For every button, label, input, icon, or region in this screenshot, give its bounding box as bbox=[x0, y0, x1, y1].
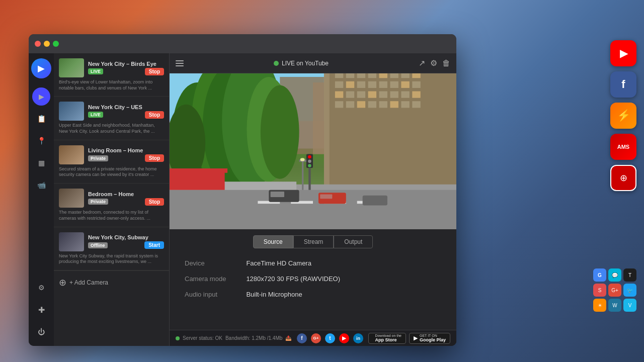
svg-rect-55 bbox=[271, 192, 284, 197]
mini-icon-w[interactable]: W bbox=[608, 299, 621, 312]
sidebar-item-power[interactable]: ⏻ bbox=[32, 323, 50, 341]
svg-rect-37 bbox=[390, 101, 398, 108]
info-grid: Device FaceTime HD Camera Camera mode 12… bbox=[170, 254, 456, 303]
sidebar: ▶ ▶ 📋 📍 ▦ 📹 ⚙ ✚ bbox=[29, 53, 54, 346]
svg-rect-22 bbox=[401, 81, 409, 88]
home-icon: ▶ bbox=[39, 93, 44, 101]
svg-rect-29 bbox=[390, 92, 398, 98]
sidebar-item-location[interactable]: 📍 bbox=[32, 132, 50, 150]
live-indicator: LIVE on YouTube bbox=[274, 60, 329, 67]
video-preview bbox=[170, 73, 456, 229]
sidebar-item-video[interactable]: 📹 bbox=[32, 176, 50, 194]
mini-icon-sun[interactable]: ☀ bbox=[593, 299, 606, 312]
dock-icon-lightning[interactable]: ⚡ bbox=[610, 103, 636, 129]
svg-rect-39 bbox=[412, 101, 420, 108]
google-play-icon: ▶ bbox=[414, 335, 418, 341]
mini-icon-s[interactable]: S bbox=[593, 284, 606, 297]
mini-icon-chat[interactable]: 💬 bbox=[608, 268, 621, 282]
sidebar-item-grid[interactable]: ▦ bbox=[32, 154, 50, 172]
stop-button-living-room[interactable]: Stop bbox=[145, 154, 164, 162]
delete-icon[interactable]: 🗑 bbox=[442, 59, 450, 68]
google-store-badge[interactable]: ▶ GET IT ON Google Play bbox=[409, 333, 450, 344]
share-icon[interactable]: ↗ bbox=[419, 58, 425, 68]
tab-stream[interactable]: Stream bbox=[293, 235, 334, 248]
top-bar-right: ↗ ⚙ 🗑 bbox=[419, 58, 450, 68]
social-icon-li[interactable]: in bbox=[353, 333, 363, 343]
device-label: Device bbox=[185, 259, 226, 267]
add-camera-button[interactable]: ⊕ + Add Camera bbox=[54, 270, 169, 294]
camera-name-nyc-subway: New York City, Subway bbox=[88, 234, 164, 240]
camera-desc-nyc-subway: New York City Subway, the rapid transit … bbox=[59, 253, 164, 265]
camera-item-nyc-birds-eye[interactable]: New York City – Birds Eye LIVE Stop Bird… bbox=[54, 53, 169, 97]
svg-rect-15 bbox=[412, 73, 420, 78]
title-bar bbox=[29, 34, 456, 53]
tab-output[interactable]: Output bbox=[334, 235, 373, 248]
svg-rect-58 bbox=[363, 196, 387, 206]
camera-item-living-room[interactable]: Living Room – Home Private Stop Secured … bbox=[54, 140, 169, 184]
svg-point-62 bbox=[308, 159, 311, 163]
dock-icon-target[interactable]: ⊕ bbox=[610, 165, 636, 191]
minimize-button[interactable] bbox=[44, 41, 50, 47]
top-bar: LIVE on YouTube ↗ ⚙ 🗑 bbox=[170, 53, 456, 73]
camera-desc-bedroom: The master bedroom, connected to my list… bbox=[59, 210, 164, 221]
svg-rect-10 bbox=[357, 73, 365, 78]
social-icon-yt[interactable]: ▶ bbox=[339, 333, 349, 343]
start-button-nyc-subway[interactable]: Start bbox=[144, 241, 164, 249]
close-button[interactable] bbox=[35, 41, 41, 47]
sidebar-logo[interactable]: ▶ bbox=[31, 58, 51, 78]
grid-icon: ▦ bbox=[38, 159, 45, 167]
sidebar-item-settings[interactable]: ⚙ bbox=[32, 279, 50, 297]
sidebar-item-home[interactable]: ▶ bbox=[32, 87, 50, 106]
status-dot bbox=[176, 336, 180, 340]
status-badge-nyc-subway: Offline bbox=[88, 242, 108, 248]
dock-icon-ams[interactable]: AMS bbox=[610, 134, 636, 160]
svg-rect-57 bbox=[320, 195, 332, 199]
traffic-lights bbox=[35, 41, 59, 47]
stop-button-bedroom[interactable]: Stop bbox=[145, 198, 164, 206]
store-badges: Download on the App Store ▶ GET IT ON Go… bbox=[368, 333, 450, 344]
location-icon: 📍 bbox=[37, 137, 46, 145]
status-bar: Server status: OK Bandwidth: 1.2Mb /1.4M… bbox=[170, 330, 456, 346]
mini-dock: G 💬 T S G+ 🐦 ☀ W V bbox=[593, 268, 636, 312]
svg-rect-17 bbox=[346, 81, 354, 88]
stop-button-nyc-birds-eye[interactable]: Stop bbox=[145, 68, 164, 75]
camera-thumb-bedroom bbox=[59, 189, 84, 208]
status-badge-nyc-ues: LIVE bbox=[88, 112, 103, 118]
status-text: Server status: OK bbox=[183, 335, 222, 341]
mini-icon-v[interactable]: V bbox=[623, 299, 636, 312]
dock-icon-youtube[interactable]: ▶ bbox=[610, 40, 636, 66]
mini-icon-g[interactable]: G bbox=[593, 268, 606, 282]
stop-button-nyc-ues[interactable]: Stop bbox=[145, 111, 164, 119]
sidebar-item-add[interactable]: ✚ bbox=[32, 301, 50, 319]
camera-item-nyc-ues[interactable]: New York City – UES LIVE Stop Upper East… bbox=[54, 97, 169, 140]
hamburger-menu-icon[interactable] bbox=[176, 60, 184, 66]
social-icon-tw[interactable]: t bbox=[325, 333, 335, 343]
upload-icon: 📤 bbox=[285, 335, 291, 341]
bandwidth-text: Bandwidth: 1.2Mb /1.4Mb bbox=[225, 335, 282, 341]
mini-icon-t[interactable]: T bbox=[623, 268, 636, 282]
sidebar-item-library[interactable]: 📋 bbox=[32, 110, 50, 128]
svg-rect-34 bbox=[357, 101, 365, 108]
camera-desc-nyc-birds-eye: Bird's-eye view of Lower Manhattan, zoom… bbox=[59, 79, 164, 91]
add-camera-icon: ⊕ bbox=[59, 277, 66, 288]
svg-rect-33 bbox=[346, 101, 354, 108]
camera-item-nyc-subway[interactable]: New York City, Subway Offline Start New … bbox=[54, 227, 169, 270]
settings-icon[interactable]: ⚙ bbox=[430, 58, 437, 68]
svg-rect-19 bbox=[368, 81, 376, 88]
social-icon-gp[interactable]: G+ bbox=[311, 333, 321, 343]
mini-icon-g2[interactable]: G+ bbox=[608, 284, 621, 297]
target-icon: ⊕ bbox=[620, 172, 627, 184]
svg-rect-24 bbox=[335, 92, 343, 98]
apple-store-badge[interactable]: Download on the App Store bbox=[368, 333, 406, 344]
maximize-button[interactable] bbox=[53, 41, 59, 47]
social-icon-fb[interactable]: f bbox=[297, 333, 307, 343]
svg-rect-16 bbox=[335, 81, 343, 88]
tab-source[interactable]: Source bbox=[253, 235, 293, 248]
status-badge-bedroom: Private bbox=[88, 199, 108, 205]
video-scene bbox=[170, 73, 456, 229]
camera-item-bedroom[interactable]: Bedroom – Home Private Stop The master b… bbox=[54, 184, 169, 227]
svg-rect-36 bbox=[379, 101, 387, 108]
dock-icon-facebook[interactable]: f bbox=[610, 71, 636, 98]
app-window: ▶ ▶ 📋 📍 ▦ 📹 ⚙ ✚ bbox=[29, 34, 456, 346]
mini-icon-tw[interactable]: 🐦 bbox=[623, 284, 636, 297]
